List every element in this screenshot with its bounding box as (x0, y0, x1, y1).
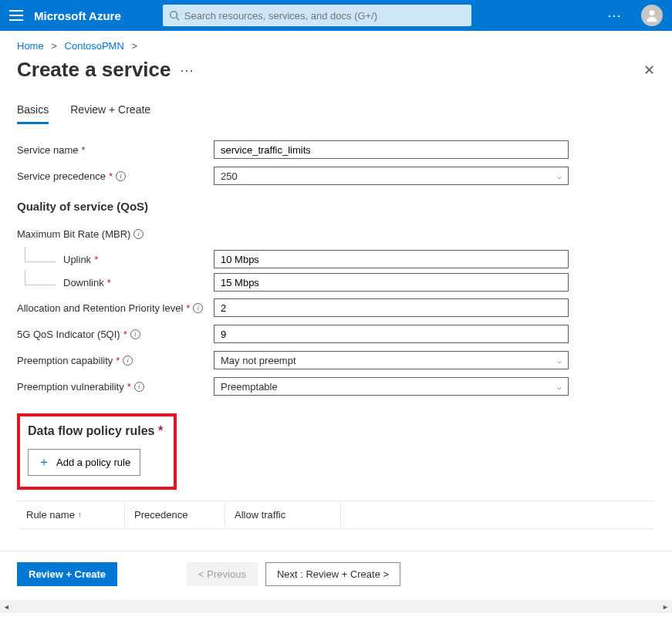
tree-connector (25, 247, 56, 262)
label-service-name: Service name (17, 144, 78, 156)
search-input[interactable] (184, 10, 465, 22)
wizard-footer: Review + Create < Previous Next : Review… (0, 551, 672, 600)
col-precedence[interactable]: Precedence (125, 501, 225, 528)
service-precedence-value: 250 (221, 170, 238, 182)
downlink-input[interactable] (214, 273, 569, 292)
preempt-vuln-select[interactable]: Preemptable ⌵ (214, 377, 569, 396)
tabs: Basics Review + Create (17, 103, 655, 124)
review-create-button[interactable]: Review + Create (17, 562, 117, 586)
label-uplink: Uplink (63, 254, 91, 265)
svg-point-2 (650, 10, 655, 15)
required-indicator: * (127, 381, 131, 393)
preempt-vuln-value: Preemptable (221, 381, 278, 393)
breadcrumb-home[interactable]: Home (17, 40, 44, 52)
svg-point-0 (171, 12, 177, 19)
chevron-down-icon: ⌵ (557, 172, 562, 180)
add-policy-rule-button[interactable]: ＋ Add a policy rule (28, 449, 140, 476)
label-downlink: Downlink (63, 277, 104, 288)
required-indicator: * (109, 170, 113, 182)
brand-label: Microsoft Azure (34, 9, 121, 22)
scroll-left-arrow-icon[interactable]: ◄ (0, 600, 13, 613)
svg-line-1 (176, 18, 179, 21)
tab-basics[interactable]: Basics (17, 103, 49, 124)
chevron-right-icon: > (51, 40, 57, 52)
label-preempt-cap: Preemption capability (17, 355, 113, 366)
qos5qi-input[interactable] (214, 325, 569, 343)
required-indicator: * (158, 424, 163, 437)
service-name-input[interactable] (214, 140, 569, 159)
tree-connector (25, 270, 56, 285)
person-icon (644, 8, 660, 23)
info-icon[interactable]: i (130, 329, 140, 339)
search-icon (169, 10, 180, 21)
col-rule-name[interactable]: Rule name ↑ (17, 501, 125, 528)
chevron-right-icon: > (131, 40, 137, 52)
preempt-cap-select[interactable]: May not preempt ⌵ (214, 351, 569, 369)
add-policy-label: Add a policy rule (56, 457, 130, 468)
breadcrumb-contosopmn[interactable]: ContosoPMN (65, 40, 124, 52)
chevron-down-icon: ⌵ (557, 356, 562, 365)
policy-table-header: Rule name ↑ Precedence Allow traffic (17, 501, 655, 529)
info-icon[interactable]: i (133, 229, 144, 239)
info-icon[interactable]: i (134, 382, 144, 392)
label-mbr: Maximum Bit Rate (MBR) (17, 228, 130, 240)
label-5qi: 5G QoS Indicator (5QI) (17, 329, 120, 340)
policy-rules-highlight: Data flow policy rules * ＋ Add a policy … (17, 413, 177, 490)
plus-icon: ＋ (38, 454, 50, 470)
chevron-down-icon: ⌵ (557, 383, 562, 391)
label-preempt-vuln: Preemption vulnerability (17, 381, 124, 393)
user-avatar[interactable] (641, 5, 663, 26)
sort-ascending-icon: ↑ (78, 511, 82, 519)
horizontal-scrollbar[interactable]: ◄ ► (0, 600, 672, 613)
required-indicator: * (116, 355, 120, 366)
breadcrumb: Home > ContosoPMN > (17, 40, 655, 52)
policy-rules-heading: Data flow policy rules * (28, 424, 163, 438)
hamburger-menu-icon[interactable] (9, 10, 23, 21)
required-indicator: * (81, 144, 85, 156)
info-icon[interactable]: i (193, 303, 203, 313)
next-button[interactable]: Next : Review + Create > (265, 562, 400, 586)
scroll-right-arrow-icon[interactable]: ► (659, 600, 672, 613)
tab-review-create[interactable]: Review + Create (70, 103, 150, 124)
qos-heading: Quality of service (QoS) (17, 200, 655, 213)
scroll-track[interactable] (13, 600, 659, 613)
col-allow-traffic[interactable]: Allow traffic (225, 501, 341, 528)
label-arp: Allocation and Retention Priority level (17, 302, 183, 314)
info-icon[interactable]: i (123, 356, 133, 366)
required-indicator: * (123, 329, 127, 340)
arp-input[interactable] (214, 298, 569, 317)
required-indicator: * (107, 277, 111, 288)
required-indicator: * (186, 302, 190, 314)
more-actions-icon[interactable]: ⋯ (607, 7, 623, 24)
preempt-cap-value: May not preempt (221, 355, 296, 366)
label-service-precedence: Service precedence (17, 170, 106, 182)
info-icon[interactable]: i (116, 171, 126, 181)
required-indicator: * (94, 254, 98, 265)
uplink-input[interactable] (214, 250, 569, 268)
service-precedence-select[interactable]: 250 ⌵ (214, 167, 569, 185)
previous-button: < Previous (187, 562, 258, 586)
top-nav-bar: Microsoft Azure ⋯ (0, 0, 672, 31)
global-search[interactable] (163, 5, 471, 26)
close-icon[interactable]: ✕ (643, 62, 655, 79)
page-more-icon[interactable]: ⋯ (180, 62, 194, 79)
page-title: Create a service (17, 58, 171, 82)
